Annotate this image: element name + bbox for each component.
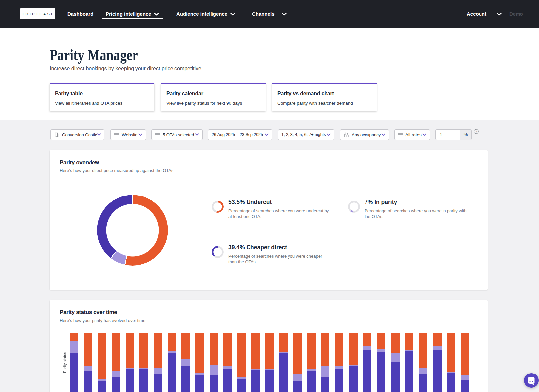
svg-text:?: ? [475,130,477,133]
